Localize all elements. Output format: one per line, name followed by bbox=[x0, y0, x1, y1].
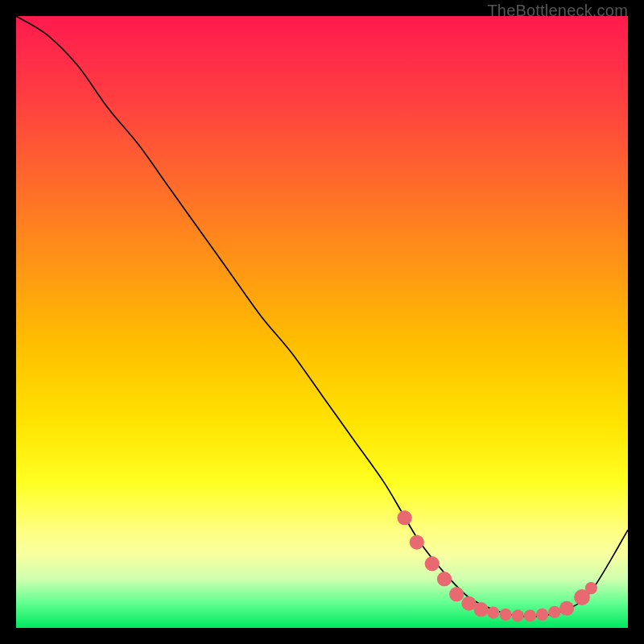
bottleneck-curve bbox=[16, 16, 628, 617]
watermark-text: TheBottleneck.com bbox=[487, 2, 628, 20]
highlight-dot bbox=[473, 602, 488, 617]
highlight-dot bbox=[410, 535, 424, 549]
highlight-dot bbox=[425, 556, 440, 571]
highlight-dots bbox=[397, 510, 597, 621]
highlight-dot bbox=[512, 609, 524, 621]
plot-area bbox=[16, 16, 628, 628]
highlight-dot bbox=[548, 606, 560, 618]
highlight-dot bbox=[437, 572, 452, 586]
highlight-dot bbox=[499, 609, 511, 621]
highlight-dot bbox=[536, 609, 548, 621]
highlight-dot bbox=[524, 609, 536, 621]
highlight-dot bbox=[397, 510, 411, 525]
highlight-dot bbox=[487, 606, 499, 618]
highlight-dot bbox=[449, 587, 464, 601]
chart-frame: TheBottleneck.com bbox=[0, 0, 644, 644]
curve-layer bbox=[16, 16, 628, 628]
highlight-dot bbox=[559, 601, 574, 616]
highlight-dot bbox=[585, 582, 597, 594]
